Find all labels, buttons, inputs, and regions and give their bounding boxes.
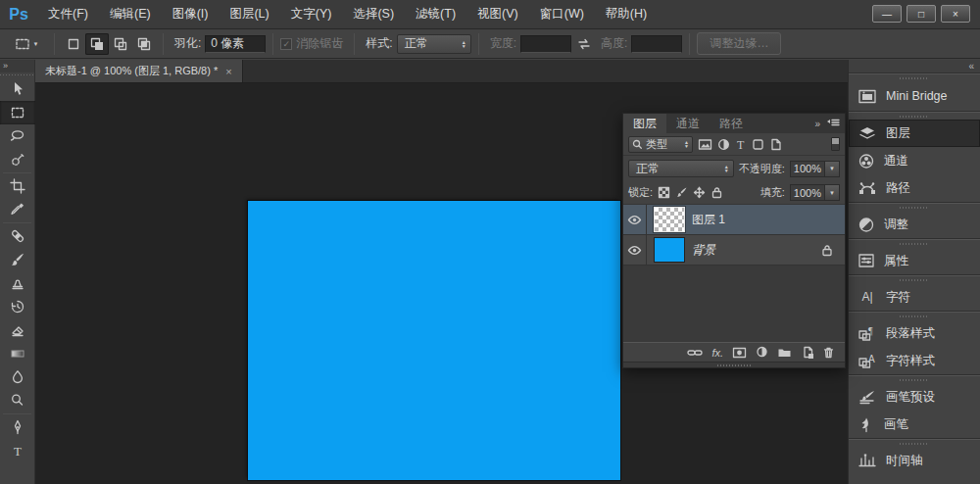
new-adjustment-layer-icon[interactable] — [756, 346, 768, 359]
dock-group-grip[interactable] — [849, 438, 980, 447]
dock-group-grip[interactable] — [849, 111, 980, 120]
layer-thumbnail[interactable] — [655, 238, 684, 262]
tab-layers[interactable]: 图层 — [623, 114, 666, 133]
menu-window[interactable]: 窗口(W) — [529, 0, 595, 28]
filter-pixel-layers-icon[interactable] — [698, 138, 712, 151]
rectangular-marquee-tool[interactable] — [0, 101, 35, 124]
dodge-tool[interactable] — [0, 389, 35, 412]
dock-item-layers[interactable]: 图层 — [849, 120, 980, 147]
filter-adjustment-layers-icon[interactable] — [717, 138, 730, 151]
menu-help[interactable]: 帮助(H) — [595, 0, 658, 28]
subtract-from-selection-button[interactable] — [109, 33, 132, 55]
filter-kind-dropdown[interactable]: 类型 ▲▼ — [628, 136, 693, 153]
layer-style-fx-icon[interactable]: fx. — [711, 347, 723, 359]
visibility-toggle[interactable] — [623, 235, 647, 265]
swap-dimensions-icon[interactable] — [577, 38, 591, 50]
dock-item-brush[interactable]: 画笔 — [849, 411, 980, 438]
feather-input[interactable]: 0 像素 — [205, 35, 266, 53]
menu-view[interactable]: 视图(V) — [466, 0, 529, 28]
panel-collapse-icon[interactable]: » — [814, 119, 820, 129]
maximize-button[interactable]: □ — [906, 5, 936, 23]
dock-item-timeline[interactable]: 时间轴 — [849, 447, 980, 474]
document-canvas[interactable] — [248, 201, 620, 480]
close-button[interactable]: × — [941, 5, 970, 23]
filter-type-layers-icon[interactable]: T — [735, 138, 747, 151]
dock-group-grip[interactable] — [849, 73, 980, 81]
dock-item-channels[interactable]: 通道 — [849, 147, 980, 174]
eraser-tool[interactable] — [0, 318, 35, 342]
dock-item-properties[interactable]: 属性 — [849, 247, 980, 274]
clone-stamp-tool[interactable] — [0, 271, 35, 295]
new-layer-icon[interactable] — [801, 346, 813, 359]
layer-row-layer1[interactable]: 图层 1 — [623, 205, 845, 235]
panel-menu-icon[interactable] — [826, 119, 840, 128]
delete-layer-icon[interactable] — [822, 346, 835, 359]
lock-image-pixels-icon[interactable] — [675, 186, 688, 199]
lasso-tool[interactable] — [0, 124, 35, 148]
dock-item-paths[interactable]: 路径 — [849, 174, 980, 202]
layer-thumbnail[interactable] — [655, 208, 684, 231]
dock-item-adjustments[interactable]: 调整 — [849, 211, 980, 238]
lock-position-icon[interactable] — [693, 186, 706, 199]
lock-transparent-pixels-icon[interactable] — [658, 186, 670, 199]
dock-item-paragraph-styles[interactable]: ¶ 段落样式 — [849, 319, 980, 347]
menu-image[interactable]: 图像(I) — [162, 0, 220, 28]
pen-tool[interactable] — [0, 415, 35, 439]
dock-item-brush-presets[interactable]: 画笔预设 — [849, 383, 980, 411]
move-tool[interactable] — [0, 77, 35, 101]
fill-value[interactable]: 100% — [790, 184, 825, 201]
menu-edit[interactable]: 编辑(E) — [99, 0, 162, 28]
eyedropper-tool[interactable] — [0, 198, 35, 221]
dock-group-grip[interactable] — [849, 374, 980, 383]
tab-channels[interactable]: 通道 — [666, 114, 710, 133]
layer-row-background[interactable]: 背景 — [623, 235, 845, 266]
document-tab[interactable]: 未标题-1 @ 100% (图层 1, RGB/8) * × — [35, 60, 243, 82]
tab-close-icon[interactable]: × — [225, 66, 231, 77]
panel-resize-grip[interactable] — [623, 362, 845, 367]
menu-select[interactable]: 选择(S) — [342, 0, 405, 28]
dock-item-character-styles[interactable]: A 画笔预设 字符样式 — [849, 347, 980, 374]
fill-dropdown-arrow[interactable]: ▼ — [825, 184, 840, 201]
dock-group-grip[interactable] — [849, 202, 980, 211]
spot-healing-brush-tool[interactable] — [0, 224, 35, 248]
link-layers-icon[interactable] — [687, 348, 703, 358]
dock-collapse-icon[interactable]: « — [849, 60, 980, 73]
history-brush-tool[interactable] — [0, 295, 35, 318]
fill-control[interactable]: 100% ▼ — [790, 184, 840, 201]
blend-mode-dropdown[interactable]: 正常 ▲▼ — [628, 160, 734, 177]
visibility-toggle[interactable] — [623, 205, 647, 234]
add-layer-mask-icon[interactable] — [732, 347, 747, 359]
opacity-dropdown-arrow[interactable]: ▼ — [825, 161, 840, 177]
blur-tool[interactable] — [0, 365, 35, 389]
toolbar-expand-icon[interactable]: » — [0, 60, 34, 73]
dock-item-mini-bridge[interactable]: Mini Bridge — [849, 81, 980, 111]
menu-filter[interactable]: 滤镜(T) — [405, 0, 466, 28]
layer-filter-toggle[interactable] — [831, 137, 840, 151]
minimize-button[interactable]: — — [872, 5, 902, 23]
antialias-checkbox[interactable]: ✓ — [280, 38, 292, 50]
brush-tool[interactable] — [0, 248, 35, 271]
menu-layer[interactable]: 图层(L) — [219, 0, 279, 28]
layer-name[interactable]: 背景 — [692, 242, 715, 259]
dock-group-grip[interactable] — [849, 238, 980, 247]
refine-edge-button[interactable]: 调整边缘… — [697, 32, 781, 55]
layer-name[interactable]: 图层 1 — [692, 212, 725, 228]
menu-file[interactable]: 文件(F) — [37, 0, 99, 28]
opacity-value[interactable]: 100% — [790, 161, 825, 177]
lock-all-icon[interactable] — [710, 186, 723, 199]
tool-preset-picker[interactable]: ▼ — [6, 33, 47, 55]
opacity-control[interactable]: 100% ▼ — [790, 161, 840, 177]
horizontal-type-tool[interactable]: T — [0, 439, 35, 462]
new-selection-button[interactable] — [62, 33, 85, 55]
menu-type[interactable]: 文字(Y) — [280, 0, 343, 28]
intersect-selection-button[interactable] — [132, 33, 156, 55]
dock-group-grip[interactable] — [849, 274, 980, 283]
width-input[interactable] — [520, 35, 571, 53]
style-dropdown[interactable]: 正常 ▲▼ — [397, 34, 471, 54]
dock-item-character[interactable]: A| 字符 — [849, 283, 980, 311]
height-input[interactable] — [631, 35, 682, 53]
quick-selection-tool[interactable] — [0, 148, 35, 171]
add-to-selection-button[interactable] — [85, 33, 109, 55]
gradient-tool[interactable] — [0, 342, 35, 365]
new-group-icon[interactable] — [777, 347, 792, 359]
